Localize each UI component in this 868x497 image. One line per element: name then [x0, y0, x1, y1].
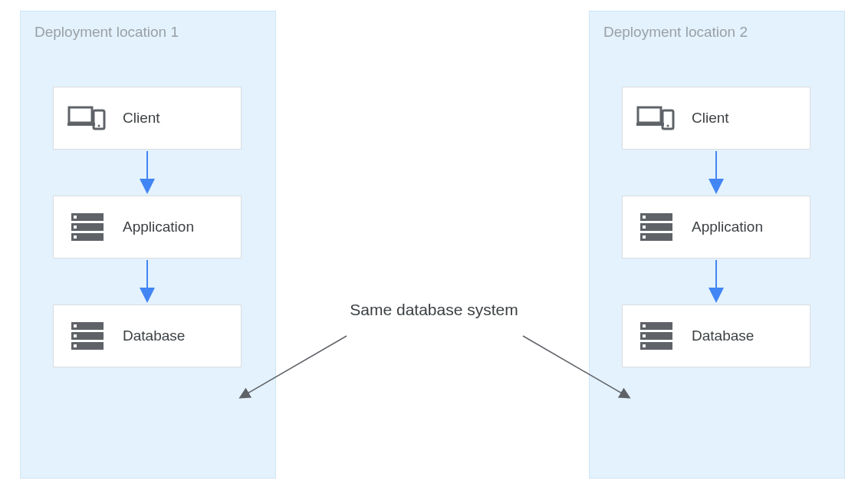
svg-point-21	[667, 125, 669, 127]
svg-rect-18	[638, 107, 661, 123]
arrow-annotation-right	[515, 330, 638, 406]
svg-rect-0	[69, 107, 92, 123]
database-node-2: Database	[622, 304, 810, 367]
arrow-client-app-1	[53, 150, 242, 196]
arrow-app-db-2	[622, 258, 810, 304]
client-label-2: Client	[692, 110, 729, 127]
application-node: Application	[53, 196, 242, 258]
server-icon	[67, 210, 107, 244]
svg-rect-28	[643, 235, 646, 239]
svg-rect-19	[636, 123, 664, 126]
application-label-2: Application	[692, 219, 763, 235]
client-icon	[67, 101, 107, 135]
svg-rect-1	[67, 123, 95, 126]
database-label-2: Database	[692, 327, 754, 344]
svg-rect-35	[643, 344, 646, 347]
panel-title-2: Deployment location 2	[603, 24, 830, 41]
svg-rect-31	[643, 324, 646, 327]
svg-rect-13	[74, 324, 77, 327]
server-icon	[636, 210, 676, 244]
database-icon	[636, 319, 676, 353]
client-node-2: Client	[622, 87, 810, 150]
panel-title-1: Deployment location 1	[35, 24, 261, 41]
application-label: Application	[123, 219, 194, 235]
svg-rect-17	[74, 344, 77, 347]
arrow-app-db-1	[53, 258, 242, 304]
client-label: Client	[123, 110, 160, 127]
svg-line-36	[241, 336, 347, 397]
database-node: Database	[53, 304, 242, 367]
svg-line-37	[523, 336, 629, 397]
svg-rect-33	[643, 334, 646, 337]
deployment-location-2: Deployment location 2 Client	[589, 11, 845, 479]
svg-rect-6	[74, 216, 77, 219]
svg-rect-26	[643, 225, 646, 229]
svg-rect-15	[74, 334, 77, 337]
svg-rect-10	[74, 235, 77, 239]
deployment-location-1: Deployment location 1 Client	[20, 11, 276, 479]
arrow-annotation-left	[232, 330, 354, 406]
svg-rect-8	[74, 225, 77, 229]
database-icon	[67, 319, 107, 353]
database-label: Database	[123, 327, 185, 344]
client-node: Client	[53, 87, 242, 150]
svg-point-3	[98, 125, 100, 127]
arrow-client-app-2	[622, 150, 810, 196]
same-db-annotation: Same database system	[337, 299, 531, 321]
svg-rect-24	[643, 216, 646, 219]
client-icon	[636, 101, 676, 135]
application-node-2: Application	[622, 196, 810, 258]
